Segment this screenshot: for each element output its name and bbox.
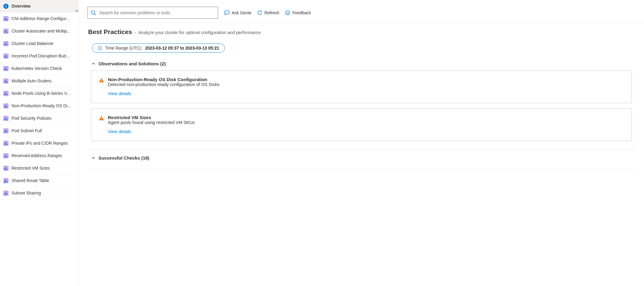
svg-point-66 [286, 11, 290, 15]
section-divider [88, 169, 635, 169]
sidebar-item-cluster-autoscaler[interactable]: Cluster Autoscaler and Multip... [0, 25, 79, 37]
ask-genie-button[interactable]: Ask Genie [224, 10, 252, 16]
observation-card: Non-Production-Ready OS Disk Configurati… [91, 71, 632, 103]
ask-genie-label: Ask Genie [232, 10, 252, 15]
time-range-pill[interactable]: Time Range (UTC): 2023-03-12 05:37 to 20… [92, 43, 225, 53]
observation-card: Restricted VM Sizes Agent pools found us… [91, 109, 632, 141]
sidebar-item-cni-address-range[interactable]: CNI Address Range Configur... [0, 12, 79, 25]
sidebar-item-private-ips-cidr[interactable]: Private IPs and CIDR Ranges [0, 137, 79, 150]
feedback-label: Feedback [293, 10, 311, 15]
sidebar-item-pod-security-policies[interactable]: Pod Security Policies [0, 112, 79, 125]
main: Ask Genie Refresh Feedback [79, 0, 644, 286]
svg-rect-61 [5, 192, 6, 195]
title-dash: - [135, 30, 136, 35]
bar-chart-icon [3, 66, 9, 71]
sidebar-item-label: Node Pools Using B-Series V... [12, 91, 70, 96]
sidebar-item-label: Multiple Auto-Scalers [12, 78, 52, 83]
search-wrap [87, 7, 218, 19]
view-details-link[interactable]: View details [108, 129, 131, 134]
feedback-button[interactable]: Feedback [285, 10, 311, 16]
sidebar-item-multiple-autoscalers[interactable]: Multiple Auto-Scalers [0, 75, 79, 87]
sidebar-item-node-pools-b-series[interactable]: Node Pools Using B-Series V... [0, 87, 79, 100]
bar-chart-icon [3, 128, 9, 133]
card-description: Detected non-production-ready configurat… [108, 82, 624, 87]
sidebar-item-restricted-vm-sizes[interactable]: Restricted VM Sizes [0, 162, 79, 174]
chevron-up-icon [91, 62, 95, 66]
header-actions: Ask Genie Refresh Feedback [224, 10, 311, 16]
header: Ask Genie Refresh Feedback [79, 0, 644, 23]
bar-chart-icon [3, 153, 9, 158]
svg-rect-14 [7, 44, 7, 45]
bar-chart-icon [3, 103, 9, 109]
svg-rect-60 [4, 193, 5, 195]
svg-rect-2 [5, 5, 6, 5]
sidebar-item-label: Cluster Autoscaler and Multip... [12, 29, 70, 33]
svg-rect-34 [7, 106, 7, 107]
bar-chart-icon [3, 165, 9, 171]
svg-rect-49 [5, 155, 6, 157]
svg-point-63 [91, 11, 94, 14]
sidebar-item-pod-disruption-budget[interactable]: Incorrect Pod Disruption Bud... [0, 50, 79, 62]
svg-rect-24 [4, 81, 5, 82]
svg-rect-71 [101, 81, 102, 82]
svg-rect-37 [5, 117, 6, 120]
bar-chart-icon [3, 140, 9, 146]
svg-rect-56 [4, 181, 5, 183]
bar-chart-icon [3, 28, 9, 34]
sidebar-item-cluster-load-balancer[interactable]: Cluster Load Balancer [0, 37, 79, 50]
sidebar-item-non-production-os-disk[interactable]: Non-Production-Ready OS Di... [0, 100, 79, 112]
svg-rect-12 [4, 43, 5, 45]
content: Best Practices - Analyze your cluster fo… [79, 23, 644, 181]
sidebar-item-label: Reserved Address Ranges [12, 153, 62, 158]
svg-rect-13 [5, 43, 6, 45]
sidebar-collapse-caret[interactable] [75, 9, 79, 12]
sidebar-item-overview[interactable]: Overview [0, 0, 79, 12]
svg-rect-26 [7, 81, 7, 82]
svg-rect-9 [5, 30, 6, 33]
bar-chart-icon [3, 78, 9, 84]
svg-rect-44 [4, 143, 5, 145]
sidebar-item-label: Cluster Load Balancer [12, 41, 54, 46]
svg-rect-20 [4, 68, 5, 70]
refresh-button[interactable]: Refresh [257, 10, 279, 16]
search-input[interactable] [87, 7, 218, 19]
svg-rect-36 [4, 118, 5, 120]
svg-rect-29 [5, 92, 6, 95]
sidebar-item-k8s-version-check[interactable]: Kubernetes Version Check [0, 62, 79, 75]
info-icon [3, 3, 9, 9]
bar-chart-icon [3, 178, 9, 183]
svg-rect-62 [7, 194, 7, 195]
svg-rect-52 [4, 168, 5, 170]
successful-checks-section-header[interactable]: Successful Checks (18) [91, 155, 635, 160]
refresh-label: Refresh [265, 10, 279, 15]
svg-rect-54 [7, 169, 7, 170]
svg-point-68 [288, 12, 289, 12]
svg-rect-73 [101, 119, 102, 120]
svg-rect-72 [101, 117, 102, 119]
svg-rect-48 [4, 156, 5, 157]
observations-label: Observations and Solutions (2) [98, 61, 166, 66]
svg-rect-33 [5, 105, 6, 108]
svg-rect-21 [5, 67, 6, 70]
search-icon [91, 10, 96, 16]
svg-rect-5 [5, 18, 6, 20]
sidebar-item-label: CNI Address Range Configur... [12, 16, 70, 21]
sidebar-item-pod-subnet-full[interactable]: Pod Subnet Full [0, 125, 79, 137]
svg-rect-4 [4, 19, 5, 20]
smiley-icon [285, 10, 290, 16]
sidebar-item-shared-route-table[interactable]: Shared Route Table [0, 174, 79, 187]
bar-chart-icon [3, 91, 9, 96]
observations-section-header[interactable]: Observations and Solutions (2) [91, 61, 635, 66]
sidebar-item-reserved-address-ranges[interactable]: Reserved Address Ranges [0, 150, 79, 162]
sidebar-item-subnet-sharing[interactable]: Subnet Sharing [0, 187, 79, 199]
svg-line-64 [94, 14, 96, 15]
sidebar-item-label: Private IPs and CIDR Ranges [12, 141, 68, 146]
view-details-link[interactable]: View details [108, 91, 131, 96]
svg-rect-65 [225, 11, 229, 14]
svg-rect-42 [7, 131, 7, 132]
warning-icon [99, 115, 104, 121]
svg-rect-16 [4, 56, 5, 57]
chevron-down-icon [91, 156, 95, 160]
section-divider [88, 150, 635, 150]
svg-rect-30 [7, 94, 7, 95]
